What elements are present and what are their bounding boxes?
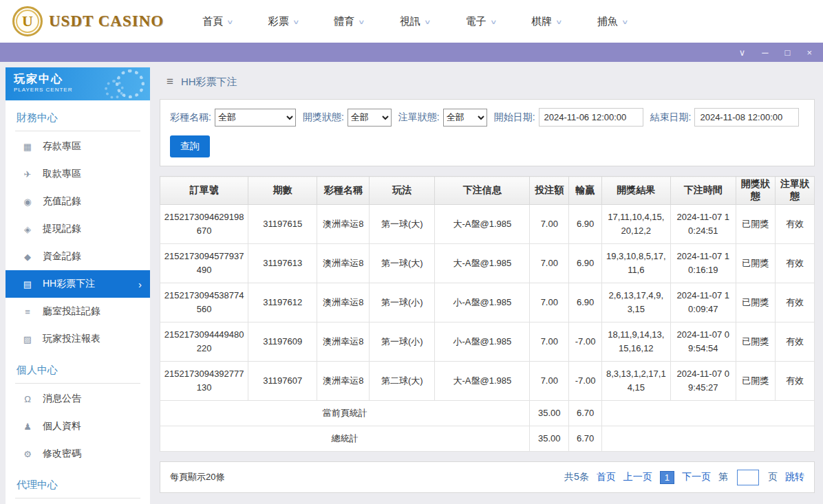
column-header: 彩種名稱 [317,177,370,205]
table-cell: 已開獎 [736,283,775,322]
first-page-link[interactable]: 首页 [597,471,616,483]
sidebar-item-message-notice[interactable]: Ω消息公告 [6,385,150,413]
table-cell: 7.00 [530,244,569,283]
nav-item[interactable]: 彩票∨ [268,15,299,28]
per-page-label: 每頁顯示20條 [170,471,224,483]
lottery-bet-icon: ▤ [22,279,33,289]
sidebar-section-title: 代理中心 [15,474,140,498]
table-cell: 2,6,13,17,4,9,3,15 [601,283,670,322]
sidebar-subtitle: PLAYERS CENTER [14,87,142,93]
start-date-input[interactable] [539,108,643,127]
sidebar-item-personal-profile[interactable]: ♟個人資料 [6,413,150,440]
hamburger-menu-icon[interactable]: ≡ [167,75,173,89]
table-cell: 已開獎 [736,322,775,362]
table-cell: 第一球(小) [370,283,435,322]
sidebar-item-hh-lottery-bet[interactable]: ▤HH彩票下注› [6,270,150,298]
maximize-icon[interactable]: □ [785,48,791,57]
jump-action-link[interactable]: 跳转 [785,471,804,483]
table-cell: 2024-11-07 09:45:27 [670,362,736,401]
table-cell: 已開獎 [736,205,775,244]
chevron-down-icon[interactable]: ∨ [739,48,746,57]
nav-item[interactable]: 首頁∨ [202,15,233,28]
sidebar-item-hall-bet-record[interactable]: ≡廳室投註記錄 [6,298,150,325]
bet-report-icon: ▨ [22,334,33,344]
end-date-label: 結束日期: [650,111,692,124]
draw-status-select[interactable]: 全部 [348,109,392,127]
filter-panel: 彩種名稱: 全部 開獎狀態: 全部 注單狀態: 全部 開始日期: 結束日期: 查… [160,99,815,166]
table-cell: 6.90 [569,205,602,244]
table-cell: 31197615 [248,205,317,244]
table-cell: 2024-11-07 09:54:54 [670,322,736,362]
lottery-name-select[interactable]: 全部 [215,109,296,127]
table-cell: 31197609 [248,322,317,362]
table-cell: 小-A盤@1.985 [435,322,530,362]
window-title-bar: ∨─□× [0,43,823,62]
prev-page-link[interactable]: 上一页 [623,471,652,483]
sidebar-item-label: 玩家投注報表 [43,333,100,345]
table-summary: 當前頁統計 35.00 6.70 總統計 35.00 6.70 [160,401,815,452]
column-header: 投注額 [530,177,569,205]
breadcrumb: ≡ HH彩票下注 [157,67,817,96]
sidebar-item-label: 修改密碼 [43,448,81,460]
close-icon[interactable]: × [806,48,812,57]
table-row: 215217309462919867031197615澳洲幸运8第一球(大)大-… [160,205,815,244]
sidebar-item-label: 充值記錄 [43,195,81,208]
page-summary-row: 當前頁統計 35.00 6.70 [160,401,815,426]
nav-item[interactable]: 體育∨ [334,15,364,28]
table-cell: -7.00 [569,322,602,362]
column-header: 期數 [248,177,317,205]
sidebar-item-player-bet-report[interactable]: ▨玩家投注報表 [6,325,150,353]
current-page-indicator[interactable]: 1 [660,471,674,484]
table-cell: 小-A盤@1.985 [435,283,530,322]
logo-monogram: U [22,12,33,30]
sidebar-item-deposit-area[interactable]: ▦存款專區 [6,133,150,160]
draw-status-label: 開獎狀態: [303,111,344,124]
table-cell: 已開獎 [736,362,775,401]
table-cell: 有效 [775,322,814,362]
chevron-down-icon: ∨ [358,19,365,25]
column-header: 開獎結果 [601,177,670,205]
nav-item[interactable]: 捕魚∨ [597,15,628,28]
nav-item[interactable]: 棋牌∨ [531,15,562,28]
sidebar-item-recharge-record[interactable]: ◉充值記錄 [6,188,150,215]
table-cell: 大-A盤@1.985 [435,205,530,244]
sidebar-item-withdrawal-record[interactable]: ◈提現記錄 [6,215,150,243]
table-cell: 17,11,10,4,15,20,12,2 [601,205,670,244]
page-summary-label: 當前頁統計 [160,401,530,426]
table-cell: 大-A盤@1.985 [435,244,530,283]
table-cell: 第一球(大) [370,244,435,283]
window-controls: ∨─□× [739,48,812,57]
nav-item-label: 彩票 [268,15,289,28]
page-title: HH彩票下注 [181,76,237,89]
jump-page-input[interactable] [737,470,759,485]
sidebar-item-label: 資金記錄 [43,250,81,263]
table-cell: 31197613 [248,244,317,283]
table-cell: 澳洲幸运8 [317,362,370,401]
lottery-name-label: 彩種名稱: [170,111,211,124]
sidebar-item-label: 消息公告 [43,393,81,405]
page-summary-bet: 35.00 [530,401,569,426]
logo[interactable]: U USDT CASINO [12,6,164,36]
minimize-icon[interactable]: ─ [762,48,768,57]
next-page-link[interactable]: 下一页 [682,471,711,483]
table-cell: 大-A盤@1.985 [435,362,530,401]
table-cell: 澳洲幸运8 [317,205,370,244]
end-date-input[interactable] [694,108,799,127]
top-header: U USDT CASINO 首頁∨彩票∨體育∨視訊∨電子∨棋牌∨捕魚∨ [0,0,823,43]
logo-emblem-icon: U [12,6,43,36]
sidebar-section-title: 個人中心 [15,360,140,384]
nav-item[interactable]: 電子∨ [466,15,496,28]
table-row: 215217309453877456031197612澳洲幸运8第一球(小)小-… [160,283,815,322]
sidebar-item-funds-record[interactable]: ◆資金記錄 [6,243,150,270]
column-header: 輸贏 [569,177,602,205]
search-button[interactable]: 查詢 [170,135,210,157]
total-summary-empty [601,426,814,452]
nav-item[interactable]: 視訊∨ [400,15,430,28]
column-header: 玩法 [370,177,435,205]
sidebar-item-withdraw-area[interactable]: ✈取款專區 [6,160,150,188]
pagination-controls: 共5条 首页 上一页 1 下一页 第 页 跳转 [564,470,804,485]
order-status-select[interactable]: 全部 [443,109,487,127]
sidebar-item-change-password[interactable]: ⚙修改密碼 [6,440,150,468]
total-summary-label: 總統計 [160,426,530,452]
chevron-down-icon: ∨ [490,19,498,25]
